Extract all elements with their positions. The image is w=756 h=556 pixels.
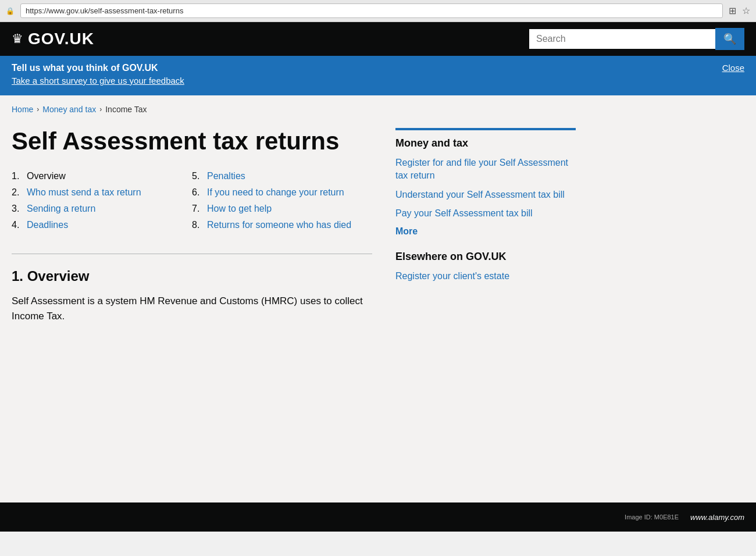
toc-link-3[interactable]: Sending a return — [27, 204, 95, 214]
sidebar-links: Register for and file your Self Assessme… — [395, 156, 576, 220]
govuk-logo-text: GOV.UK — [28, 30, 94, 48]
sidebar-link-1[interactable]: Register for and file your Self Assessme… — [395, 158, 568, 180]
toc-item-2: 2. Who must send a tax return — [12, 187, 192, 198]
star-icon[interactable]: ☆ — [742, 5, 750, 16]
breadcrumb-sep-1: › — [37, 105, 39, 113]
search-icon: 🔍 — [723, 33, 736, 45]
toc-item-5: 5. Penalties — [192, 171, 372, 181]
toc-link-5[interactable]: Penalties — [207, 171, 245, 181]
toc-column-2: 5. Penalties 6. If you need to change yo… — [192, 171, 372, 236]
alamy-logo: www.alamy.com — [690, 513, 744, 522]
toc-link-6[interactable]: If you need to change your return — [207, 187, 344, 198]
toc-list-col1: 1. Overview 2. Who must send a tax retur… — [12, 171, 192, 230]
browser-icons: ⊞ ☆ — [729, 5, 750, 16]
search-button[interactable]: 🔍 — [715, 28, 744, 50]
toc-item-1: 1. Overview — [12, 171, 192, 181]
toc-link-4[interactable]: Deadlines — [27, 220, 68, 230]
bookmark-list-icon[interactable]: ⊞ — [729, 5, 736, 16]
toc-link-2[interactable]: Who must send a tax return — [27, 187, 141, 198]
survey-link[interactable]: Take a short survey to give us your feed… — [12, 76, 184, 85]
sidebar: Money and tax Register for and file your… — [395, 128, 576, 297]
survey-text-block: Tell us what you think of GOV.UK Take a … — [12, 63, 184, 86]
breadcrumb-money-and-tax[interactable]: Money and tax — [42, 105, 96, 114]
toc-label-1: Overview — [27, 171, 66, 181]
toc-item-8: 8. Returns for someone who has died — [192, 220, 372, 230]
toc-item-3: 3. Sending a return — [12, 204, 192, 214]
govuk-header: ♛ GOV.UK 🔍 — [0, 22, 756, 56]
toc-number-1: 1. — [12, 171, 23, 181]
toc-item-4: 4. Deadlines — [12, 220, 192, 230]
survey-banner: Tell us what you think of GOV.UK Take a … — [0, 56, 756, 93]
image-id: Image ID: M0E81E — [625, 514, 679, 521]
toc-number-5: 5. — [192, 171, 204, 181]
toc-link-8[interactable]: Returns for someone who has died — [207, 220, 351, 230]
section-content: Self Assessment is a system HM Revenue a… — [12, 294, 372, 323]
breadcrumb: Home › Money and tax › Income Tax — [12, 105, 744, 114]
search-input[interactable] — [529, 29, 715, 49]
toc-number-4: 4. — [12, 220, 23, 230]
sidebar-link-item-3: Pay your Self Assessment tax bill — [395, 207, 576, 220]
toc-link-7[interactable]: How to get help — [207, 204, 272, 214]
govuk-logo: ♛ GOV.UK — [12, 30, 94, 48]
sidebar-link-2[interactable]: Understand your Self Assessment tax bill — [395, 190, 565, 199]
section-divider — [12, 254, 372, 254]
survey-title: Tell us what you think of GOV.UK — [12, 63, 184, 73]
sidebar-link-item-1: Register for and file your Self Assessme… — [395, 156, 576, 183]
sidebar-elsewhere-link-1[interactable]: Register your client's estate — [395, 271, 509, 281]
breadcrumb-sep-2: › — [99, 105, 102, 113]
crown-icon: ♛ — [12, 31, 23, 47]
sidebar-money-tax-heading: Money and tax — [395, 137, 576, 149]
toc-column-1: 1. Overview 2. Who must send a tax retur… — [12, 171, 192, 236]
sidebar-link-3[interactable]: Pay your Self Assessment tax bill — [395, 208, 533, 218]
sidebar-more-link[interactable]: More — [395, 226, 418, 236]
breadcrumb-income-tax: Income Tax — [105, 105, 147, 114]
content-layout: Self Assessment tax returns 1. Overview … — [12, 128, 744, 323]
bottom-bar: Image ID: M0E81E www.alamy.com — [0, 502, 756, 532]
main-content: Self Assessment tax returns 1. Overview … — [12, 128, 372, 323]
close-button[interactable]: Close — [722, 63, 744, 73]
sidebar-link-item-2: Understand your Self Assessment tax bill — [395, 188, 576, 201]
page-title: Self Assessment tax returns — [12, 128, 372, 155]
toc-number-6: 6. — [192, 187, 204, 198]
sidebar-more: More — [395, 226, 576, 237]
browser-chrome: 🔒 https://www.gov.uk/self-assessment-tax… — [0, 0, 756, 22]
toc-list-col2: 5. Penalties 6. If you need to change yo… — [192, 171, 372, 230]
search-container: 🔍 — [529, 28, 744, 50]
main-wrapper: Home › Money and tax › Income Tax Self A… — [0, 95, 756, 502]
sidebar-elsewhere-links: Register your client's estate — [395, 270, 576, 283]
sidebar-elsewhere-section: Elsewhere on GOV.UK Register your client… — [395, 251, 576, 283]
toc-number-3: 3. — [12, 204, 23, 214]
toc-number-8: 8. — [192, 220, 204, 230]
address-bar[interactable]: https://www.gov.uk/self-assessment-tax-r… — [20, 3, 723, 18]
toc-item-7: 7. How to get help — [192, 204, 372, 214]
toc-number-2: 2. — [12, 187, 23, 198]
sidebar-top-bar — [395, 128, 576, 130]
section-heading: 1. Overview — [12, 268, 372, 284]
toc-container: 1. Overview 2. Who must send a tax retur… — [12, 171, 372, 236]
sidebar-elsewhere-item-1: Register your client's estate — [395, 270, 576, 283]
sidebar-money-tax-section: Money and tax Register for and file your… — [395, 128, 576, 237]
toc-item-6: 6. If you need to change your return — [192, 187, 372, 198]
lock-icon: 🔒 — [6, 7, 15, 15]
toc-number-7: 7. — [192, 204, 204, 214]
sidebar-elsewhere-heading: Elsewhere on GOV.UK — [395, 251, 576, 263]
breadcrumb-home[interactable]: Home — [12, 105, 33, 114]
